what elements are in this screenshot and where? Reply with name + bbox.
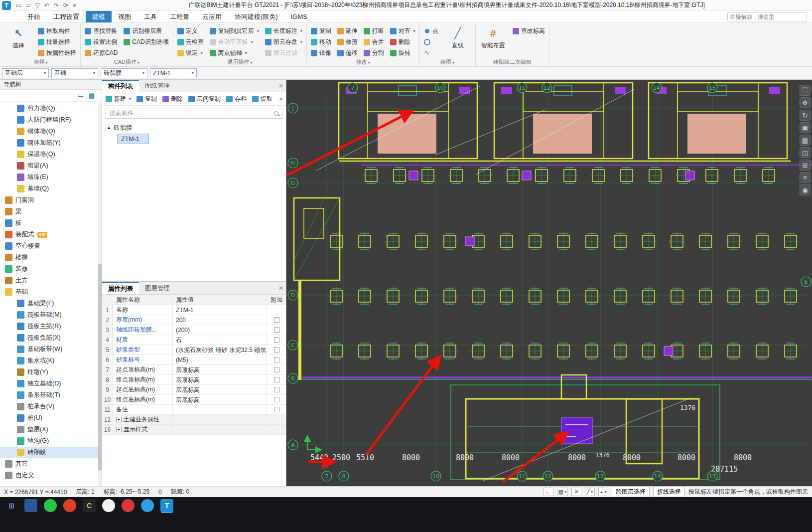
ribbon-tab[interactable]: 工程量 <box>163 11 196 22</box>
element-save-button[interactable]: 图元存盘▾ <box>265 37 302 46</box>
tab-layer-management[interactable]: 图层管理 <box>139 282 176 294</box>
ribbon-tab[interactable]: 视图 <box>112 11 137 22</box>
close-icon[interactable]: ✕ <box>278 82 283 89</box>
property-row[interactable]: 3 轴线距砖胎膜... (200) <box>102 325 286 335</box>
taskbar-app-icon[interactable] <box>24 499 37 512</box>
property-row[interactable]: 12 + 土建业务属性 <box>102 415 286 425</box>
component-group-row[interactable]: ▲ 砖胎膜 <box>102 122 286 133</box>
draw-group-label[interactable]: 绘图▾ <box>424 58 471 66</box>
property-row[interactable]: 16 + 显示样式 <box>102 425 286 435</box>
break-button[interactable]: 打断 <box>364 26 384 35</box>
category-select[interactable]: 基础▾ <box>51 68 98 78</box>
cad-group-label[interactable]: CAD操作▾ <box>85 58 169 66</box>
property-row[interactable]: 8 终点顶标高(m) 层顶标高 <box>102 375 286 385</box>
merge-button[interactable]: 合并 <box>364 37 384 46</box>
property-row[interactable]: 4 材质 石 <box>102 335 286 345</box>
sync-icon[interactable]: ⟳ <box>63 2 68 9</box>
new-component-button[interactable]: 新建▾ <box>106 95 131 103</box>
point-grid-icon[interactable]: ▦▾ <box>557 488 568 496</box>
nav-tree-item[interactable]: 门窗洞 <box>0 194 102 206</box>
property-value[interactable]: (水泥石灰砂浆 细砂 水泥32.5 砌筑... <box>173 345 267 355</box>
nav-tree-item[interactable]: 独立基础(D) <box>0 378 102 389</box>
close-icon[interactable]: ✕ <box>278 285 283 292</box>
refresh-icon[interactable]: ◉ <box>800 184 811 195</box>
grid-toggle-icon[interactable]: ⊞ <box>800 160 811 171</box>
property-row[interactable]: 10 终点底标高(m) 层底标高 <box>102 395 286 405</box>
cloud-check-button[interactable]: 云检查 <box>177 37 204 46</box>
nav-tree-item[interactable]: 桩承台(V) <box>0 401 102 412</box>
ribbon-tab[interactable]: 工程设置 <box>47 11 86 22</box>
pan-icon[interactable]: ✥ <box>800 97 811 108</box>
nav-scrollbar-thumb[interactable] <box>98 264 102 471</box>
nav-tree-item[interactable]: 装修 <box>0 263 102 275</box>
copy-component-button[interactable]: 复制 <box>136 95 157 103</box>
modify-group-label[interactable]: 修改▾ <box>311 58 415 66</box>
line-tool-button[interactable]: ╱ 直线 <box>444 24 471 50</box>
nav-tree-item[interactable]: 其它 <box>0 458 102 470</box>
taskbar-app-icon[interactable] <box>102 499 115 512</box>
circle-tool-button[interactable] <box>424 37 438 46</box>
orbit-icon[interactable]: ↻ <box>800 110 811 121</box>
identify-floor-table-button[interactable]: 识别楼层表 <box>124 26 168 35</box>
nav-tree-item[interactable]: 桩(U) <box>0 412 102 424</box>
nav-tree-item[interactable]: 墙垛(E) <box>0 172 102 183</box>
nav-tree-item[interactable]: 梁 <box>0 206 102 217</box>
taskbar-app-icon[interactable]: ⊞ <box>5 499 18 512</box>
nav-tree-item[interactable]: 板 <box>0 217 102 229</box>
point-tool-button[interactable]: 点 <box>424 26 438 35</box>
attach-checkbox[interactable] <box>274 387 279 392</box>
nav-tree-item[interactable]: 楼梯 <box>0 252 102 263</box>
delete-component-button[interactable]: 删除 <box>162 95 183 103</box>
check-modify-elevation-button[interactable]: 查改标高 <box>513 26 545 35</box>
nav-tree-item[interactable]: 地沟(G) <box>0 435 102 447</box>
tab-component-list[interactable]: 构件列表 <box>102 80 139 92</box>
toolbar-overflow-icon[interactable]: » <box>279 95 282 102</box>
archive-button[interactable]: 存档 <box>226 95 247 103</box>
cad-identify-options-button[interactable]: CAD识别选项 <box>124 37 168 46</box>
copy-to-other-floor-button[interactable]: 复制到其它层▾ <box>210 26 259 35</box>
ribbon-tab[interactable]: 开始 <box>21 11 47 22</box>
define-button[interactable]: 定义 <box>177 26 204 35</box>
interfloor-copy-button[interactable]: 层间复制 <box>188 95 221 103</box>
property-value[interactable]: 层底标高 <box>173 395 267 404</box>
save-icon[interactable]: ▽ <box>35 2 40 9</box>
property-value[interactable]: ZTM-1 <box>173 305 267 315</box>
ortho-mode-icon[interactable]: ∟ <box>543 488 553 496</box>
move-button[interactable]: 移动 <box>311 37 331 46</box>
general-group-label[interactable]: 通用操作▾ <box>177 58 302 66</box>
auto-align-slab-button[interactable]: 自动平齐板▾ <box>210 37 259 46</box>
nav-tree-item[interactable]: 装配式 VIP <box>0 229 102 240</box>
nav-tree-item[interactable]: 柱墩(Y) <box>0 366 102 378</box>
nav-tree-item[interactable]: 剪力墙(Q) <box>0 103 102 114</box>
two-point-aux-axis-button[interactable]: 两点辅轴▾ <box>210 48 259 57</box>
smart-layout-button[interactable]: # 智能布置 <box>480 24 507 50</box>
nav-tree-item[interactable]: 砖胎膜 <box>0 447 102 458</box>
attach-checkbox[interactable] <box>274 377 279 382</box>
property-value[interactable]: 石 <box>173 335 267 345</box>
expand-plus-icon[interactable]: + <box>116 417 122 422</box>
view-cube-icon[interactable]: ▣ <box>800 122 811 133</box>
attach-checkbox[interactable] <box>274 337 279 343</box>
ribbon-tab[interactable]: 建模 <box>86 11 112 22</box>
nav-tree-item[interactable]: 基础板带(W) <box>0 344 102 355</box>
nav-tree-item[interactable]: 人防门框墙(RF) <box>0 114 102 126</box>
type-select[interactable]: 砖胎膜▾ <box>101 68 147 78</box>
nav-tree-item[interactable]: 土方 <box>0 275 102 286</box>
ribbon-tab[interactable]: 云应用 <box>196 11 228 22</box>
attach-checkbox[interactable] <box>274 317 279 323</box>
arc-tool-button[interactable]: ∿ <box>424 48 438 57</box>
property-row[interactable]: 11 备注 <box>102 405 286 415</box>
nav-tree-item[interactable]: 筏板负筋(X) <box>0 332 102 344</box>
taskbar-app-icon[interactable] <box>44 499 57 512</box>
property-row[interactable]: 5 砂浆类型 (水泥石灰砂浆 细砂 水泥32.5 砌筑... <box>102 345 286 355</box>
extend-button[interactable]: 延伸 <box>337 26 358 35</box>
nav-tree-item[interactable]: 空心楼盖 <box>0 240 102 252</box>
pick-element-button[interactable]: 拾取构件 <box>38 26 76 35</box>
property-value[interactable]: (M5) <box>173 355 267 364</box>
cross-layer-select-button[interactable]: 跨图层选择 <box>612 487 650 497</box>
property-value[interactable] <box>173 405 267 414</box>
attach-checkbox[interactable] <box>274 347 279 353</box>
attach-checkbox[interactable] <box>274 367 279 372</box>
taskbar-app-icon[interactable]: C <box>83 499 96 512</box>
measure-icon[interactable]: ◫ <box>800 147 811 158</box>
